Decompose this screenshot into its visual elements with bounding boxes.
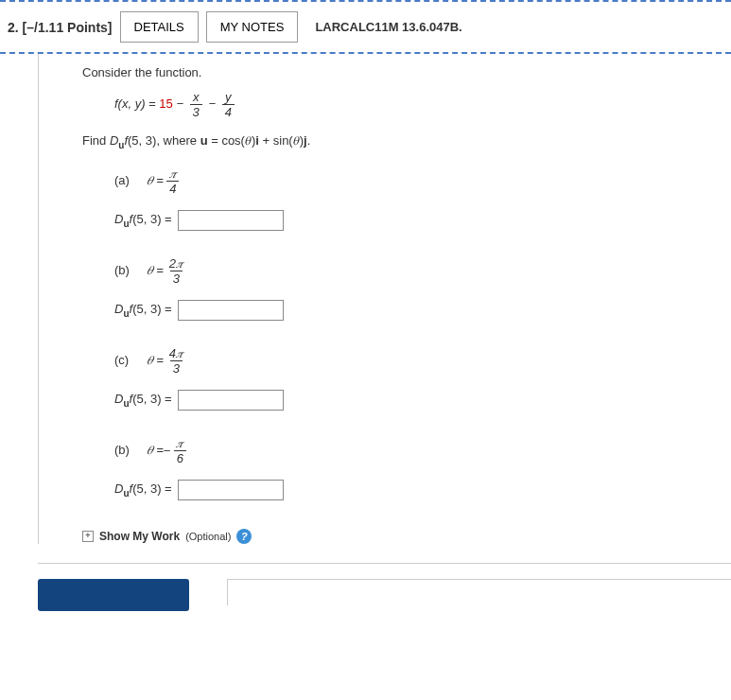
part-c-theta: (c) 𝜃 = 4𝜋3 <box>114 347 731 375</box>
show-my-work-label: Show My Work <box>99 530 180 543</box>
part-a-answer: Duf(5, 3) = <box>114 210 731 231</box>
footer-box <box>227 579 731 605</box>
part-b-theta: (b) 𝜃 = 2𝜋3 <box>114 257 731 285</box>
question-header: 2. [–/1.11 Points] DETAILS MY NOTES LARC… <box>0 2 731 54</box>
answer-input-d[interactable] <box>178 480 284 500</box>
question-body: Consider the function. f(x, y) = 15 − x3… <box>38 54 731 544</box>
answer-input-b[interactable] <box>178 300 284 321</box>
show-my-work[interactable]: + Show My Work (Optional) ? <box>82 529 731 544</box>
source-label: LARCALC11M 13.6.047B. <box>315 20 461 34</box>
part-c-answer: Duf(5, 3) = <box>114 390 731 411</box>
function-definition: f(x, y) = 15 − x3 − y4 <box>114 91 731 118</box>
part-a-theta: (a) 𝜃 = 𝜋4 <box>114 167 731 195</box>
details-button[interactable]: DETAILS <box>120 11 199 43</box>
help-icon[interactable]: ? <box>236 529 252 544</box>
answer-input-c[interactable] <box>178 390 284 411</box>
find-instruction: Find Duf(5, 3), where u = cos(𝜃)i + sin(… <box>82 133 731 150</box>
my-notes-button[interactable]: MY NOTES <box>206 11 299 43</box>
part-d-answer: Duf(5, 3) = <box>114 480 731 500</box>
question-number: 2. [–/1.11 Points] <box>8 20 113 35</box>
answer-input-a[interactable] <box>178 210 284 231</box>
expand-icon: + <box>82 531 94 542</box>
consider-text: Consider the function. <box>82 65 731 79</box>
part-b-answer: Duf(5, 3) = <box>114 300 731 321</box>
submit-button[interactable] <box>38 579 189 611</box>
optional-label: (Optional) <box>185 531 231 542</box>
part-d-theta: (b) 𝜃 = − 𝜋6 <box>114 437 731 464</box>
footer <box>38 563 731 611</box>
